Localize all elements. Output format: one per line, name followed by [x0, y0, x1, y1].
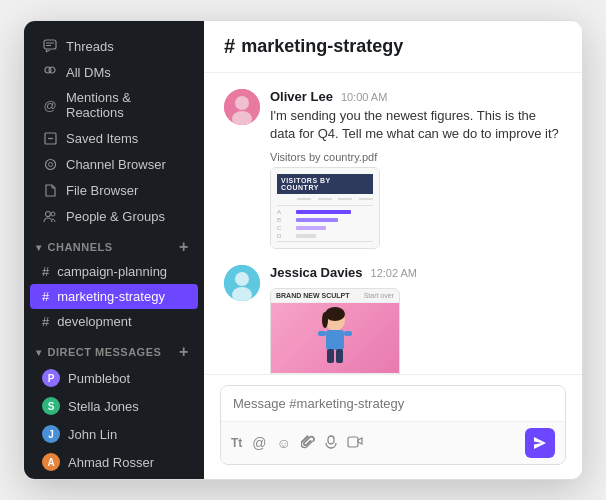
dm-stella-label: Stella Jones: [68, 399, 139, 414]
sidebar-item-mentions[interactable]: @ Mentions & Reactions: [30, 85, 198, 125]
hash-icon-development: #: [42, 314, 49, 329]
message-1-body: Oliver Lee 10:00 AM I'm sending you the …: [270, 89, 562, 249]
svg-point-8: [48, 162, 52, 166]
main-content: # marketing-strategy Oliver Lee 10:00 AM: [204, 21, 582, 479]
svg-point-19: [322, 312, 328, 328]
threads-icon: [42, 38, 58, 54]
hash-icon-marketing: #: [42, 289, 49, 304]
svg-rect-22: [344, 331, 352, 336]
app-container: Threads All DMs @ Mentions & Reactions: [23, 20, 583, 480]
sidebar-dm-pumblebot[interactable]: P Pumblebot: [30, 364, 198, 392]
dm-john-label: John Lin: [68, 427, 117, 442]
message-2-author: Jessica Davies: [270, 265, 363, 280]
sidebar-item-threads[interactable]: Threads: [30, 33, 198, 59]
channel-browser-icon: [42, 156, 58, 172]
sidebar-item-all-dms[interactable]: All DMs: [30, 59, 198, 85]
figure-svg: [310, 306, 360, 371]
sidebar-dm-ahmad[interactable]: A Ahmad Rosser: [30, 448, 198, 476]
svg-rect-23: [327, 349, 334, 363]
avatar-oliver-msg: [224, 89, 260, 125]
avatar-ahmad: A: [42, 453, 60, 471]
message-2-time: 12:02 AM: [371, 267, 417, 279]
sidebar-item-threads-label: Threads: [66, 39, 114, 54]
send-button[interactable]: [525, 428, 555, 458]
message-input[interactable]: [221, 386, 565, 421]
pdf-content: VISITORS BY COUNTRY: [271, 168, 379, 248]
sidebar-channel-campaign-planning[interactable]: # campaign-planning: [30, 259, 198, 284]
pdf-header-text: VISITORS BY COUNTRY: [277, 174, 373, 194]
avatar-john: J: [42, 425, 60, 443]
message-2-body: Jessica Davies 12:02 AM BRAND NEW SCULPT…: [270, 265, 562, 374]
channels-add-icon[interactable]: +: [176, 239, 192, 255]
attachment-1-name: Visitors by country.pdf: [270, 151, 562, 163]
saved-icon: [42, 130, 58, 146]
channel-marketing-label: marketing-strategy: [57, 289, 165, 304]
toolbar-attach[interactable]: [301, 435, 315, 452]
sidebar-item-saved-label: Saved Items: [66, 131, 138, 146]
message-1-meta: Oliver Lee 10:00 AM: [270, 89, 562, 104]
sidebar: Threads All DMs @ Mentions & Reactions: [24, 21, 204, 479]
message-1-time: 10:00 AM: [341, 91, 387, 103]
sidebar-dm-john[interactable]: J John Lin: [30, 420, 198, 448]
image-title: BRAND NEW SCULPT: [276, 292, 350, 299]
sidebar-item-channel-browser-label: Channel Browser: [66, 157, 166, 172]
sidebar-dm-oliver[interactable]: O Oliver Lee: [30, 476, 198, 479]
toolbar-mic[interactable]: [325, 435, 337, 452]
mentions-icon: @: [42, 97, 58, 113]
svg-point-18: [325, 307, 345, 321]
svg-point-4: [49, 67, 55, 73]
message-input-area: Tt @ ☺: [204, 374, 582, 479]
message-2-attachment: BRAND NEW SCULPT Start over: [270, 288, 562, 374]
avatar-jessica-msg: [224, 265, 260, 301]
image-preview-box[interactable]: BRAND NEW SCULPT Start over: [270, 288, 400, 374]
message-1-text: I'm sending you the newest figures. This…: [270, 107, 562, 143]
channel-name: marketing-strategy: [241, 36, 403, 57]
pdf-preview[interactable]: VISITORS BY COUNTRY: [270, 167, 380, 249]
avatar-stella: S: [42, 397, 60, 415]
sidebar-item-all-dms-label: All DMs: [66, 65, 111, 80]
svg-point-12: [235, 96, 249, 110]
toolbar-emoji[interactable]: ☺: [277, 435, 291, 451]
sidebar-item-saved[interactable]: Saved Items: [30, 125, 198, 151]
sidebar-item-file-browser-label: File Browser: [66, 183, 138, 198]
dm-section-header: ▾ DIRECT MESSAGES +: [24, 334, 204, 364]
sidebar-dm-stella[interactable]: S Stella Jones: [30, 392, 198, 420]
svg-rect-20: [326, 330, 344, 350]
dm-label: DIRECT MESSAGES: [48, 346, 162, 358]
sidebar-channel-development[interactable]: # development: [30, 309, 198, 334]
channels-chevron[interactable]: ▾: [36, 242, 42, 253]
svg-rect-27: [348, 437, 358, 447]
svg-point-15: [235, 272, 249, 286]
svg-rect-25: [328, 436, 334, 444]
image-preview-bg: [271, 303, 399, 373]
hash-icon-campaign: #: [42, 264, 49, 279]
toolbar-text-format[interactable]: Tt: [231, 436, 242, 450]
sidebar-channel-marketing-strategy[interactable]: # marketing-strategy: [30, 284, 198, 309]
sidebar-item-mentions-label: Mentions & Reactions: [66, 90, 186, 120]
svg-rect-21: [318, 331, 326, 336]
sidebar-item-file-browser[interactable]: File Browser: [30, 177, 198, 203]
channel-hash-symbol: #: [224, 35, 235, 58]
message-1: Oliver Lee 10:00 AM I'm sending you the …: [224, 89, 562, 249]
channel-development-label: development: [57, 314, 131, 329]
dm-chevron[interactable]: ▾: [36, 347, 42, 358]
toolbar-mention[interactable]: @: [252, 435, 266, 451]
dm-add-icon[interactable]: +: [176, 344, 192, 360]
avatar-pumblebot: P: [42, 369, 60, 387]
message-2-meta: Jessica Davies 12:02 AM: [270, 265, 562, 280]
input-box: Tt @ ☺: [220, 385, 566, 465]
toolbar-video[interactable]: [347, 435, 363, 451]
dm-pumblebot-label: Pumblebot: [68, 371, 130, 386]
channels-label: CHANNELS: [48, 241, 113, 253]
people-groups-icon: [42, 208, 58, 224]
svg-rect-24: [336, 349, 343, 363]
file-browser-icon: [42, 182, 58, 198]
message-1-attachment: Visitors by country.pdf VISITORS BY COUN…: [270, 151, 562, 249]
dms-icon: [42, 64, 58, 80]
input-toolbar: Tt @ ☺: [221, 421, 565, 464]
svg-point-9: [46, 211, 51, 216]
sidebar-item-channel-browser[interactable]: Channel Browser: [30, 151, 198, 177]
channel-header: # marketing-strategy: [204, 21, 582, 73]
sidebar-item-people-groups[interactable]: People & Groups: [30, 203, 198, 229]
dm-ahmad-label: Ahmad Rosser: [68, 455, 154, 470]
